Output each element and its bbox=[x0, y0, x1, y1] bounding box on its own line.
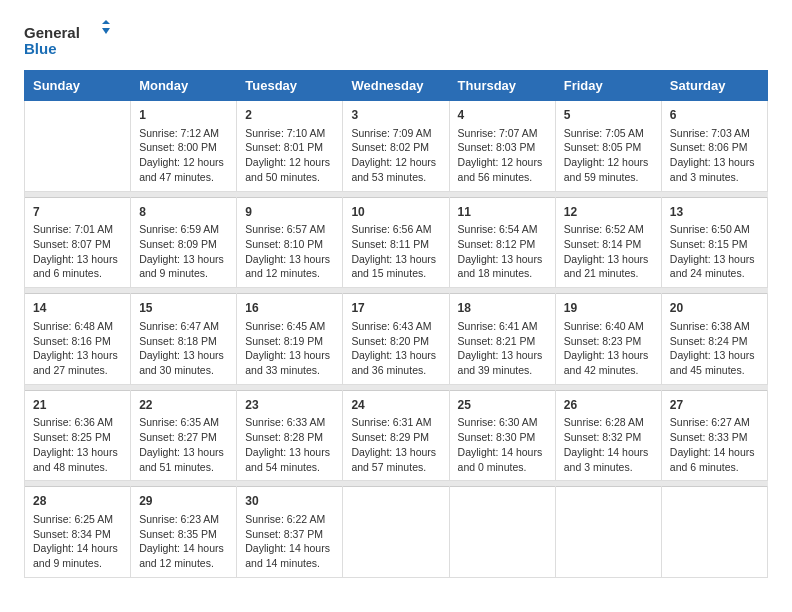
cell-content: Sunrise: 6:59 AMSunset: 8:09 PMDaylight:… bbox=[139, 222, 228, 281]
calendar-cell: 16Sunrise: 6:45 AMSunset: 8:19 PMDayligh… bbox=[237, 294, 343, 385]
cell-line: Sunrise: 6:36 AM bbox=[33, 415, 122, 430]
cell-line: and 45 minutes. bbox=[670, 363, 759, 378]
cell-line: Sunrise: 6:22 AM bbox=[245, 512, 334, 527]
cell-line: Daylight: 13 hours bbox=[139, 348, 228, 363]
cell-line: Daylight: 13 hours bbox=[33, 445, 122, 460]
day-number: 25 bbox=[458, 397, 547, 414]
calendar-cell bbox=[661, 487, 767, 578]
cell-content: Sunrise: 6:52 AMSunset: 8:14 PMDaylight:… bbox=[564, 222, 653, 281]
cell-content: Sunrise: 7:05 AMSunset: 8:05 PMDaylight:… bbox=[564, 126, 653, 185]
day-number: 22 bbox=[139, 397, 228, 414]
cell-line: Sunset: 8:23 PM bbox=[564, 334, 653, 349]
cell-line: and 9 minutes. bbox=[139, 266, 228, 281]
cell-line: Daylight: 14 hours bbox=[245, 541, 334, 556]
cell-line: and 42 minutes. bbox=[564, 363, 653, 378]
day-number: 1 bbox=[139, 107, 228, 124]
header-day: Friday bbox=[555, 71, 661, 101]
cell-line: Daylight: 14 hours bbox=[458, 445, 547, 460]
cell-line: Sunrise: 7:10 AM bbox=[245, 126, 334, 141]
cell-line: Sunrise: 7:05 AM bbox=[564, 126, 653, 141]
header-day: Thursday bbox=[449, 71, 555, 101]
cell-line: Sunrise: 6:45 AM bbox=[245, 319, 334, 334]
calendar-cell: 7Sunrise: 7:01 AMSunset: 8:07 PMDaylight… bbox=[25, 197, 131, 288]
calendar-cell: 19Sunrise: 6:40 AMSunset: 8:23 PMDayligh… bbox=[555, 294, 661, 385]
week-row: 7Sunrise: 7:01 AMSunset: 8:07 PMDaylight… bbox=[25, 197, 768, 288]
cell-line: Daylight: 13 hours bbox=[245, 348, 334, 363]
day-number: 26 bbox=[564, 397, 653, 414]
cell-line: Sunset: 8:05 PM bbox=[564, 140, 653, 155]
cell-line: and 50 minutes. bbox=[245, 170, 334, 185]
cell-line: Sunset: 8:34 PM bbox=[33, 527, 122, 542]
header: General Blue bbox=[24, 20, 768, 60]
calendar-cell: 9Sunrise: 6:57 AMSunset: 8:10 PMDaylight… bbox=[237, 197, 343, 288]
cell-line: Sunrise: 6:31 AM bbox=[351, 415, 440, 430]
cell-line: Sunrise: 7:03 AM bbox=[670, 126, 759, 141]
cell-line: Sunrise: 7:12 AM bbox=[139, 126, 228, 141]
cell-line: and 3 minutes. bbox=[564, 460, 653, 475]
cell-line: Sunrise: 6:30 AM bbox=[458, 415, 547, 430]
calendar-cell: 30Sunrise: 6:22 AMSunset: 8:37 PMDayligh… bbox=[237, 487, 343, 578]
cell-content: Sunrise: 6:56 AMSunset: 8:11 PMDaylight:… bbox=[351, 222, 440, 281]
day-number: 12 bbox=[564, 204, 653, 221]
cell-content: Sunrise: 7:09 AMSunset: 8:02 PMDaylight:… bbox=[351, 126, 440, 185]
cell-line: Daylight: 14 hours bbox=[670, 445, 759, 460]
cell-line: Sunset: 8:10 PM bbox=[245, 237, 334, 252]
cell-line: Sunrise: 6:48 AM bbox=[33, 319, 122, 334]
day-number: 29 bbox=[139, 493, 228, 510]
cell-line: Sunrise: 6:54 AM bbox=[458, 222, 547, 237]
cell-line: and 24 minutes. bbox=[670, 266, 759, 281]
cell-line: and 12 minutes. bbox=[139, 556, 228, 571]
day-number: 2 bbox=[245, 107, 334, 124]
calendar-cell: 8Sunrise: 6:59 AMSunset: 8:09 PMDaylight… bbox=[131, 197, 237, 288]
cell-content: Sunrise: 6:22 AMSunset: 8:37 PMDaylight:… bbox=[245, 512, 334, 571]
day-number: 14 bbox=[33, 300, 122, 317]
cell-line: Daylight: 13 hours bbox=[33, 252, 122, 267]
cell-line: Sunrise: 6:40 AM bbox=[564, 319, 653, 334]
day-number: 21 bbox=[33, 397, 122, 414]
cell-line: and 3 minutes. bbox=[670, 170, 759, 185]
day-number: 13 bbox=[670, 204, 759, 221]
day-number: 16 bbox=[245, 300, 334, 317]
cell-line: Sunrise: 6:27 AM bbox=[670, 415, 759, 430]
cell-line: Sunrise: 7:01 AM bbox=[33, 222, 122, 237]
cell-line: and 36 minutes. bbox=[351, 363, 440, 378]
cell-line: Sunset: 8:32 PM bbox=[564, 430, 653, 445]
cell-line: Daylight: 14 hours bbox=[139, 541, 228, 556]
week-row: 21Sunrise: 6:36 AMSunset: 8:25 PMDayligh… bbox=[25, 390, 768, 481]
cell-line: Sunrise: 6:33 AM bbox=[245, 415, 334, 430]
cell-line: and 15 minutes. bbox=[351, 266, 440, 281]
cell-content: Sunrise: 7:01 AMSunset: 8:07 PMDaylight:… bbox=[33, 222, 122, 281]
cell-line: and 59 minutes. bbox=[564, 170, 653, 185]
cell-content: Sunrise: 7:07 AMSunset: 8:03 PMDaylight:… bbox=[458, 126, 547, 185]
day-number: 3 bbox=[351, 107, 440, 124]
cell-content: Sunrise: 6:54 AMSunset: 8:12 PMDaylight:… bbox=[458, 222, 547, 281]
cell-line: Sunrise: 6:25 AM bbox=[33, 512, 122, 527]
cell-line: and 9 minutes. bbox=[33, 556, 122, 571]
calendar-cell bbox=[25, 101, 131, 192]
cell-content: Sunrise: 6:25 AMSunset: 8:34 PMDaylight:… bbox=[33, 512, 122, 571]
calendar-cell: 10Sunrise: 6:56 AMSunset: 8:11 PMDayligh… bbox=[343, 197, 449, 288]
cell-line: Sunrise: 6:41 AM bbox=[458, 319, 547, 334]
cell-line: Sunset: 8:29 PM bbox=[351, 430, 440, 445]
cell-content: Sunrise: 7:03 AMSunset: 8:06 PMDaylight:… bbox=[670, 126, 759, 185]
cell-line: Daylight: 13 hours bbox=[670, 348, 759, 363]
cell-line: and 54 minutes. bbox=[245, 460, 334, 475]
cell-line: and 6 minutes. bbox=[33, 266, 122, 281]
cell-content: Sunrise: 6:57 AMSunset: 8:10 PMDaylight:… bbox=[245, 222, 334, 281]
day-number: 9 bbox=[245, 204, 334, 221]
cell-line: Daylight: 12 hours bbox=[351, 155, 440, 170]
calendar-cell: 12Sunrise: 6:52 AMSunset: 8:14 PMDayligh… bbox=[555, 197, 661, 288]
cell-line: Sunset: 8:27 PM bbox=[139, 430, 228, 445]
cell-line: Sunset: 8:02 PM bbox=[351, 140, 440, 155]
calendar-cell bbox=[449, 487, 555, 578]
cell-line: Sunrise: 6:28 AM bbox=[564, 415, 653, 430]
header-day: Monday bbox=[131, 71, 237, 101]
calendar-cell: 15Sunrise: 6:47 AMSunset: 8:18 PMDayligh… bbox=[131, 294, 237, 385]
cell-line: Sunrise: 6:47 AM bbox=[139, 319, 228, 334]
cell-line: Sunset: 8:19 PM bbox=[245, 334, 334, 349]
cell-line: Sunset: 8:21 PM bbox=[458, 334, 547, 349]
calendar-cell: 29Sunrise: 6:23 AMSunset: 8:35 PMDayligh… bbox=[131, 487, 237, 578]
cell-line: Sunrise: 7:07 AM bbox=[458, 126, 547, 141]
cell-line: and 18 minutes. bbox=[458, 266, 547, 281]
cell-line: Sunset: 8:11 PM bbox=[351, 237, 440, 252]
